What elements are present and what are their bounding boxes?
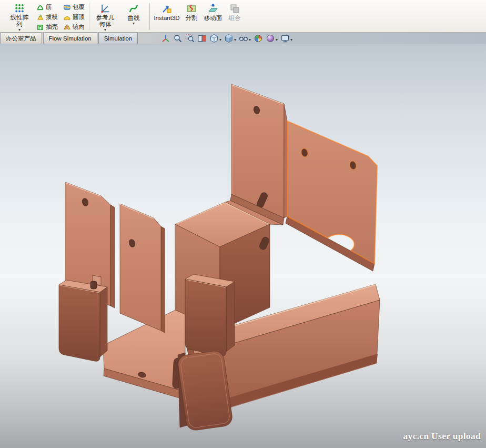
- move-face-icon: [207, 3, 219, 14]
- dome-button[interactable]: 圆顶: [60, 12, 87, 22]
- dome-icon: [63, 13, 71, 21]
- dropdown-caret-icon[interactable]: [290, 34, 292, 43]
- dropdown-caret-icon[interactable]: [275, 34, 278, 43]
- linear-pattern-button[interactable]: 线性阵 列: [5, 1, 34, 32]
- dropdown-caret-icon[interactable]: [133, 22, 135, 26]
- combine-button: 组合: [225, 1, 244, 32]
- dropdown-caret-icon[interactable]: [248, 34, 251, 43]
- dropdown-caret-icon[interactable]: [18, 28, 21, 32]
- split-icon: [186, 3, 197, 14]
- display-style-icon[interactable]: [224, 34, 236, 43]
- apply-scene-icon[interactable]: [266, 34, 278, 43]
- dropdown-caret-icon[interactable]: [104, 28, 106, 32]
- edit-appearance-icon[interactable]: [254, 34, 263, 43]
- zoom-area-icon[interactable]: [185, 34, 195, 43]
- left-flange-rear[interactable]: [120, 204, 165, 333]
- feature-small-buttons-col2: 包覆 圆顶 镜向: [60, 1, 87, 32]
- wrap-button[interactable]: 包覆: [60, 2, 87, 12]
- view-settings-icon[interactable]: [280, 34, 292, 43]
- dropdown-caret-icon[interactable]: [234, 34, 236, 43]
- reference-geometry-icon: [99, 3, 111, 14]
- zoom-fit-icon[interactable]: [173, 34, 183, 43]
- graphics-area[interactable]: ayc.cn User upload: [0, 44, 486, 448]
- view-orientation-icon[interactable]: [209, 34, 221, 43]
- command-manager-toolbar: 线性阵 列 筋 拔模: [0, 0, 486, 33]
- linear-pattern-icon: [14, 3, 25, 14]
- watermark-text: ayc.cn User upload: [403, 431, 481, 442]
- slot: [90, 281, 97, 289]
- shell-button[interactable]: 抽壳: [34, 22, 60, 32]
- move-face-button[interactable]: 移动面: [201, 1, 225, 32]
- sheet-metal-part-3d-view: [0, 44, 486, 448]
- instant3d-button[interactable]: Instant3D: [151, 1, 182, 32]
- heads-up-view-toolbar: [161, 33, 292, 44]
- curves-button[interactable]: 曲线: [119, 1, 148, 32]
- wrap-icon: [63, 3, 71, 11]
- orientation-triad-icon[interactable]: [161, 34, 170, 43]
- split-button[interactable]: 分割: [182, 1, 201, 32]
- draft-button[interactable]: 拔模: [34, 12, 60, 22]
- tab-flow-simulation[interactable]: Flow Simulation: [43, 33, 97, 44]
- toolbar-separator: [149, 3, 150, 30]
- mirror-button[interactable]: 镜向: [60, 22, 87, 32]
- tab-simulation[interactable]: Simulation: [98, 33, 138, 44]
- shell-icon: [36, 23, 44, 31]
- dropdown-caret-icon[interactable]: [219, 34, 221, 43]
- instant3d-icon: [161, 3, 173, 14]
- reference-geometry-button[interactable]: 参考几 何体: [91, 1, 119, 32]
- mirror-icon: [63, 23, 71, 31]
- curves-icon: [128, 3, 139, 14]
- front-upper-box[interactable]: [185, 274, 235, 356]
- draft-icon: [36, 13, 44, 21]
- selected-face[interactable]: [286, 121, 377, 271]
- tab-office-products[interactable]: 办公室产品: [0, 33, 42, 44]
- rib-button[interactable]: 筋: [34, 2, 60, 12]
- rib-icon: [36, 3, 44, 11]
- solidworks-window: 线性阵 列 筋 拔模: [0, 0, 486, 448]
- feature-small-buttons-col1: 筋 拔模 抽壳: [34, 1, 60, 32]
- linear-pattern-label: 线性阵: [11, 14, 29, 21]
- combine-icon: [229, 3, 240, 14]
- command-manager-tabbar: 办公室产品 Flow Simulation Simulation: [0, 33, 486, 44]
- hide-show-items-icon[interactable]: [239, 34, 251, 43]
- left-base-box[interactable]: [59, 275, 107, 361]
- section-view-icon[interactable]: [197, 34, 207, 43]
- toolbar-separator: [89, 3, 89, 30]
